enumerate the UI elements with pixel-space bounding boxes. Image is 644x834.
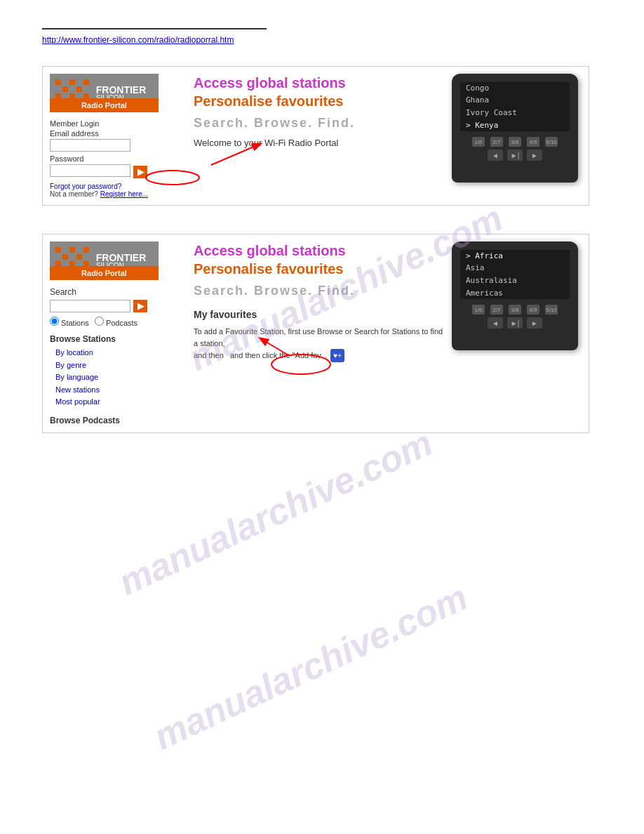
browse-by-location[interactable]: By location (50, 347, 173, 359)
podcasts-radio-label[interactable]: Podcasts (95, 317, 137, 327)
personalise-text-2: Personalise favourites (194, 260, 445, 278)
device-nav-prev-1: ◄ (488, 150, 503, 161)
device-num-2-4: 4/9 (527, 305, 539, 315)
device-nav-prev-2: ◄ (488, 317, 503, 329)
device-num-2-2: 2/7 (490, 305, 503, 315)
search-input-row: ▶ (50, 300, 173, 312)
device-num-5: 5/10 (545, 137, 558, 147)
device-nav-play-1: ►| (507, 150, 523, 161)
logo-frontier-2: FRONTIER (96, 253, 147, 263)
section-2: FRONTIER SILICON Radio Portal Search ▶ S… (42, 234, 589, 433)
register-link[interactable]: Register here... (100, 190, 148, 198)
device-screen-text-2: > AfricaAsiaAustralasiaAmericas (466, 250, 517, 299)
device-btn-row-1: 1/6 2/7 3/8 4/9 5/10 (452, 137, 578, 147)
browse-stations-list: By location By genre By language New sta… (50, 347, 173, 409)
device-num-2: 2/7 (490, 137, 503, 147)
sbf-text-2: Search. Browse. Find. (194, 284, 445, 298)
search-label: Search (50, 287, 173, 297)
welcome-text: Welcome to your Wi-Fi Radio Portal (194, 138, 445, 148)
stations-radio[interactable] (50, 317, 59, 326)
browse-stations-title: Browse Stations (50, 334, 173, 344)
not-member-text: Not a member? (50, 190, 98, 198)
login-go-button[interactable]: ▶ (133, 166, 147, 178)
top-line (42, 28, 267, 29)
left-panel-1: FRONTIER SILICON Radio Portal Member Log… (50, 74, 173, 198)
browse-by-genre[interactable]: By genre (50, 359, 173, 372)
device-screen-text-1: CongoGhanaIvory Coast> Kenya (466, 82, 517, 131)
device-num-2-5: 5/10 (545, 305, 558, 315)
middle-panel-2: Access global stations Personalise favou… (187, 241, 452, 362)
device-num-1: 1/6 (472, 137, 485, 147)
stations-radio-label[interactable]: Stations (50, 317, 89, 327)
personalise-text-1: Personalise favourites (194, 92, 445, 110)
favourites-desc-2: and then and then click the "Add fav... … (194, 349, 445, 362)
device-screen-1: CongoGhanaIvory Coast> Kenya (460, 82, 570, 131)
device-nav-next-2: ► (527, 317, 542, 329)
device-nav-row-1: ◄ ►| ► (452, 150, 578, 161)
device-mockup-2: > AfricaAsiaAustralasiaAmericas 1/6 2/7 … (452, 241, 578, 350)
access-text-1: Access global stations (194, 74, 445, 92)
right-panel-2: > AfricaAsiaAustralasiaAmericas 1/6 2/7 … (452, 241, 582, 350)
search-go-button[interactable]: ▶ (133, 300, 147, 312)
device-btn-row-2: 1/6 2/7 3/8 4/9 5/10 (452, 305, 578, 315)
logo-frontier: FRONTIER (96, 85, 147, 95)
sbf-text-1: Search. Browse. Find. (194, 116, 445, 131)
middle-panel-1: Access global stations Personalise favou… (187, 74, 452, 148)
email-label: Email address (50, 129, 173, 138)
device-nav-row-2: ◄ ►| ► (452, 317, 578, 329)
logo-grid-2 (55, 247, 89, 267)
watermark-3: manualarchive.com (147, 576, 474, 758)
member-login-title: Member Login (50, 119, 173, 128)
forgot-password-link[interactable]: Forgot your password? (50, 183, 173, 190)
favourites-desc-1: To add a Favourite Station, first use Br… (194, 326, 445, 349)
search-input[interactable] (50, 300, 130, 312)
device-nav-play-2: ►| (507, 317, 523, 329)
password-label: Password (50, 154, 173, 163)
device-num-3: 3/8 (509, 137, 521, 147)
logo-portal-text-2: Radio Portal (81, 269, 127, 277)
device-screen-2: > AfricaAsiaAustralasiaAmericas (460, 250, 570, 299)
member-login-form: Member Login Email address Password ▶ Fo… (50, 119, 173, 198)
my-favourites-title: My favourites (194, 309, 445, 320)
logo-box-2: FRONTIER SILICON Radio Portal (50, 241, 159, 280)
logo-portal-text: Radio Portal (81, 101, 127, 110)
add-fav-icon: ♥+ (333, 352, 342, 359)
password-row: ▶ (50, 164, 173, 180)
device-num-2-1: 1/6 (472, 305, 485, 315)
device-num-2-3: 3/8 (509, 305, 521, 315)
password-field[interactable] (50, 164, 130, 177)
device-num-4: 4/9 (527, 137, 539, 147)
device-mockup-1: CongoGhanaIvory Coast> Kenya 1/6 2/7 3/8… (452, 74, 578, 183)
browse-by-language[interactable]: By language (50, 371, 173, 384)
browse-podcasts-link[interactable]: Browse Podcasts (50, 416, 173, 425)
logo-portal-bar-2: Radio Portal (50, 266, 159, 280)
email-field[interactable] (50, 139, 130, 152)
logo-portal-bar: Radio Portal (50, 98, 159, 112)
logo-box-1: FRONTIER SILICON Radio Portal (50, 74, 159, 112)
device-nav-next-1: ► (527, 150, 542, 161)
browse-new-stations[interactable]: New stations (50, 384, 173, 397)
browse-most-popular[interactable]: Most popular (50, 396, 173, 409)
section-1: FRONTIER SILICON Radio Portal Member Log… (42, 66, 589, 206)
logo-grid (55, 79, 89, 99)
top-link[interactable]: http://www.frontier-silicon.com/radio/ra… (42, 35, 602, 45)
access-text-2: Access global stations (194, 241, 445, 260)
podcasts-radio[interactable] (95, 317, 104, 326)
form-links: Forgot your password? Not a member? Regi… (50, 183, 173, 198)
search-panel: FRONTIER SILICON Radio Portal Search ▶ S… (50, 241, 173, 425)
search-radio-row: Stations Podcasts (50, 317, 173, 327)
right-panel-1: CongoGhanaIvory Coast> Kenya 1/6 2/7 3/8… (452, 74, 582, 183)
